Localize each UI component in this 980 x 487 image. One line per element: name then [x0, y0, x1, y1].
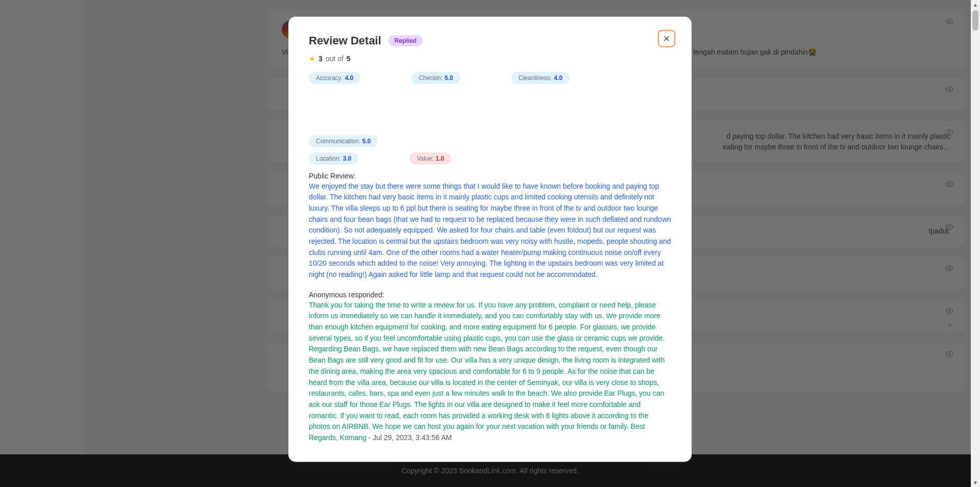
scroll-down-icon[interactable]: ▼: [971, 478, 980, 487]
close-icon: [663, 34, 671, 42]
scroll-thumb[interactable]: [972, 10, 978, 31]
close-button[interactable]: [658, 30, 675, 47]
public-review-body: We enjoyed the stay but there were some …: [309, 181, 671, 280]
star-icon: ★: [309, 54, 315, 62]
score-badge: Communication: 5.0: [309, 135, 378, 147]
responded-label: Anonymous responded:: [309, 290, 671, 298]
response-body: Thank you for taking the time to write a…: [309, 299, 671, 443]
scores-row: Location: 3.0Value: 1.0: [309, 152, 671, 164]
score-badge: Location: 3.0: [309, 152, 358, 164]
score-badge: Cleanliness: 4.0: [511, 71, 570, 84]
scroll-up-icon[interactable]: ▲: [971, 0, 980, 9]
score-badge: Accuracy: 4.0: [309, 71, 360, 84]
replied-badge: Replied: [388, 35, 423, 46]
score-badge: Value: 1.0: [409, 152, 451, 164]
scrollbar[interactable]: ▲ ▼: [971, 0, 980, 487]
scores-row: Accuracy: 4.0Checkin: 5.0Cleanliness: 4.…: [309, 71, 671, 147]
public-review-label: Public Review:: [309, 171, 671, 180]
score-badge: Checkin: 5.0: [411, 71, 460, 84]
overall-rating: ★ 3 out of 5: [309, 54, 671, 62]
modal-title: Review Detail: [309, 34, 381, 47]
review-detail-modal: Review Detail Replied ★ 3 out of 5 Accur…: [288, 16, 692, 462]
